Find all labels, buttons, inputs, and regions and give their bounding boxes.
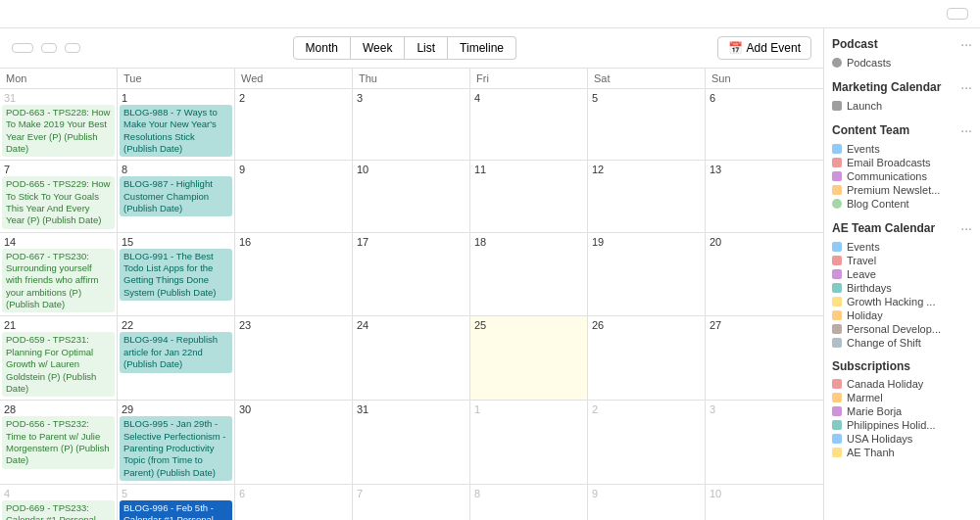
week-view-button[interactable]: Week — [351, 36, 405, 60]
sidebar-item[interactable]: Events — [832, 240, 972, 254]
section-more-button[interactable]: ··· — [960, 79, 972, 95]
day-cell[interactable]: 15BLOG-991 - The Best Todo List Apps for… — [118, 233, 235, 316]
day-cell[interactable]: 6 — [706, 89, 823, 160]
sidebar-item[interactable]: Marie Borja — [832, 404, 972, 418]
calendar-event[interactable]: POD-656 - TPS232: Time to Parent w/ Juli… — [2, 416, 115, 468]
day-number: 4 — [2, 487, 115, 500]
calendar-event[interactable]: BLOG-994 - Republish article for Jan 22n… — [120, 332, 232, 372]
day-cell[interactable]: 3 — [706, 401, 823, 484]
sidebar-item[interactable]: Personal Develop... — [832, 322, 972, 336]
day-cell[interactable]: 22BLOG-994 - Republish article for Jan 2… — [118, 316, 235, 400]
sidebar-item[interactable]: Communications — [832, 169, 972, 183]
day-cell[interactable]: 3 — [353, 89, 470, 160]
day-cell[interactable]: 10 — [353, 161, 470, 231]
day-cell[interactable]: 7 — [353, 485, 470, 520]
prev-button[interactable] — [41, 43, 57, 53]
sidebar-item-label: Leave — [847, 268, 876, 280]
month-view-button[interactable]: Month — [293, 36, 351, 60]
day-cell[interactable]: 4POD-669 - TPS233: Calendar #1 Personal … — [0, 485, 118, 520]
day-cell[interactable]: 29BLOG-995 - Jan 29th - Selective Perfec… — [118, 401, 235, 484]
day-cell[interactable]: 14POD-667 - TPS230: Surrounding yourself… — [0, 233, 118, 316]
sidebar-item[interactable]: AE Thanh — [832, 446, 972, 459]
section-more-button[interactable]: ··· — [960, 220, 972, 236]
day-cell[interactable]: 8 — [470, 485, 588, 520]
day-cell[interactable]: 21POD-659 - TPS231: Planning For Optimal… — [0, 316, 118, 400]
calendar-event[interactable]: POD-665 - TPS229: How To Stick To Your G… — [2, 176, 115, 228]
sidebar-item[interactable]: Philippines Holid... — [832, 418, 972, 432]
day-number: 3 — [355, 91, 467, 105]
day-cell[interactable]: 23 — [235, 316, 353, 400]
day-cell[interactable]: 30 — [235, 401, 353, 484]
calendar-event[interactable]: POD-669 - TPS233: Calendar #1 Personal (… — [2, 500, 115, 520]
sidebar-item[interactable]: Canada Holiday — [832, 377, 972, 391]
day-cell[interactable]: 11 — [470, 161, 588, 231]
next-button[interactable] — [65, 43, 80, 53]
day-cell[interactable]: 18 — [470, 233, 588, 316]
calendar-event[interactable]: BLOG-987 - Highlight Customer Champion (… — [120, 176, 232, 216]
sidebar-item[interactable]: Travel — [832, 254, 972, 267]
sidebar-item-label: Launch — [847, 100, 882, 112]
sidebar-item[interactable]: Marmel — [832, 391, 972, 404]
day-cell[interactable]: 2 — [588, 401, 706, 484]
day-cell[interactable]: 5BLOG-996 - Feb 5th - Calendar #1 Person… — [118, 485, 235, 520]
calendar-event[interactable]: BLOG-996 - Feb 5th - Calendar #1 Persona… — [120, 500, 232, 520]
day-cell[interactable]: 4 — [470, 89, 588, 160]
day-cell[interactable]: 5 — [588, 89, 706, 160]
day-number: 7 — [2, 163, 115, 176]
timeline-view-button[interactable]: Timeline — [448, 36, 516, 60]
add-calendar-button[interactable] — [947, 8, 968, 20]
day-number: 1 — [120, 91, 232, 105]
day-cell[interactable]: 10 — [706, 485, 823, 520]
day-cell[interactable]: 7POD-665 - TPS229: How To Stick To Your … — [0, 161, 118, 231]
sidebar-item[interactable]: Holiday — [832, 308, 972, 322]
sidebar-item[interactable]: Birthdays — [832, 281, 972, 295]
day-cell[interactable]: 6 — [235, 485, 353, 520]
day-cell[interactable]: 31POD-663 - TPS228: How To Make 2019 You… — [0, 89, 118, 160]
today-button[interactable] — [12, 43, 33, 53]
day-cell[interactable]: 20 — [706, 233, 823, 316]
calendar-event[interactable]: BLOG-991 - The Best Todo List Apps for t… — [120, 249, 232, 301]
calendar-color-dot — [832, 269, 842, 279]
sidebar-item[interactable]: Email Broadcasts — [832, 156, 972, 169]
day-cell[interactable]: 27 — [706, 316, 823, 400]
day-cell[interactable]: 25 — [470, 316, 588, 400]
sidebar-item[interactable]: Change of Shift — [832, 336, 972, 350]
calendar-event[interactable]: POD-663 - TPS228: How To Make 2019 Your … — [2, 105, 115, 157]
day-cell[interactable]: 8BLOG-987 - Highlight Customer Champion … — [118, 161, 235, 231]
sidebar-item[interactable]: USA Holidays — [832, 432, 972, 446]
sidebar-item[interactable]: Premium Newslet... — [832, 183, 972, 197]
calendar-event[interactable]: BLOG-995 - Jan 29th - Selective Perfecti… — [120, 416, 232, 481]
add-event-button[interactable]: 📅 Add Event — [717, 36, 811, 60]
day-cell[interactable]: 9 — [588, 485, 706, 520]
calendar-event[interactable]: POD-659 - TPS231: Planning For Optimal G… — [2, 332, 115, 397]
sidebar-item[interactable]: Growth Hacking ... — [832, 295, 972, 308]
sidebar-item-label: Blog Content — [847, 198, 909, 210]
day-cell[interactable]: 31 — [353, 401, 470, 484]
day-cell[interactable]: 12 — [588, 161, 706, 231]
sidebar-item[interactable]: Leave — [832, 267, 972, 281]
day-cell[interactable]: 24 — [353, 316, 470, 400]
day-cell[interactable]: 28POD-656 - TPS232: Time to Parent w/ Ju… — [0, 401, 118, 484]
sidebar-item[interactable]: Blog Content — [832, 197, 972, 211]
sidebar-item[interactable]: Events — [832, 142, 972, 156]
day-cell[interactable]: 26 — [588, 316, 706, 400]
list-view-button[interactable]: List — [405, 36, 448, 60]
day-cell[interactable]: 16 — [235, 233, 353, 316]
calendar-event[interactable]: POD-667 - TPS230: Surrounding yourself w… — [2, 249, 115, 313]
day-cell[interactable]: 1BLOG-988 - 7 Ways to Make Your New Year… — [118, 89, 235, 160]
day-cell[interactable]: 17 — [353, 233, 470, 316]
day-cell[interactable]: 2 — [235, 89, 353, 160]
section-more-button[interactable]: ··· — [960, 36, 972, 52]
top-header — [0, 0, 980, 28]
day-cell[interactable]: 9 — [235, 161, 353, 231]
calendar-event[interactable]: BLOG-988 - 7 Ways to Make Your New Year'… — [120, 105, 232, 157]
sidebar-item-label: Events — [847, 143, 880, 155]
day-cell[interactable]: 13 — [706, 161, 823, 231]
sidebar-item[interactable]: Podcasts — [832, 56, 972, 70]
day-cell[interactable]: 19 — [588, 233, 706, 316]
day-number: 10 — [708, 487, 821, 500]
sidebar-item[interactable]: Launch — [832, 99, 972, 113]
section-more-button[interactable]: ··· — [960, 122, 972, 138]
day-cell[interactable]: 1 — [470, 401, 588, 484]
sidebar-item-label: Birthdays — [847, 282, 892, 294]
